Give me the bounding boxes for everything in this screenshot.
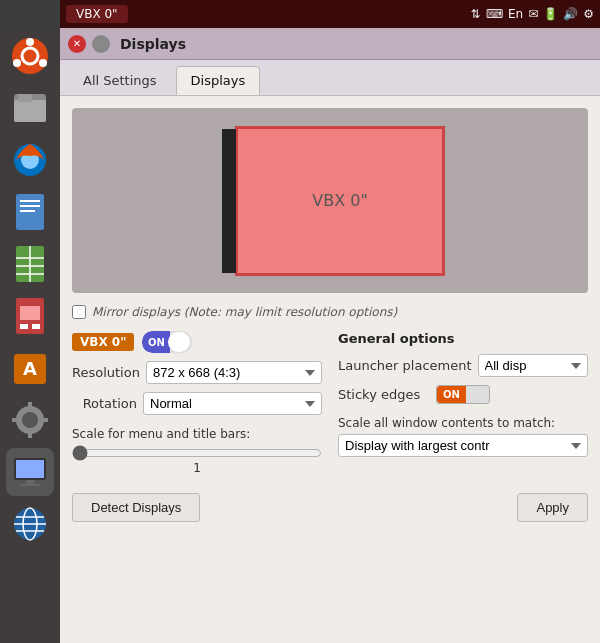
taskbar-left: VBX 0" bbox=[66, 5, 128, 23]
launcher-placement-select[interactable]: All disp bbox=[478, 354, 588, 377]
scale-value: 1 bbox=[72, 461, 322, 475]
apply-button[interactable]: Apply bbox=[517, 493, 588, 522]
svg-rect-7 bbox=[18, 94, 32, 102]
right-settings: General options Launcher placement All d… bbox=[338, 331, 588, 475]
sidebar-item-firefox[interactable] bbox=[6, 136, 54, 184]
rotation-select[interactable]: Normal bbox=[143, 392, 322, 415]
resolution-row: Resolution 872 x 668 (4:3) bbox=[72, 361, 322, 384]
launcher-placement-row: Launcher placement All disp bbox=[338, 354, 588, 377]
display-preview-area: VBX 0" bbox=[72, 108, 588, 293]
network-icon: ⇅ bbox=[471, 7, 481, 21]
display-screen: VBX 0" bbox=[235, 126, 445, 276]
svg-rect-33 bbox=[26, 480, 34, 484]
sticky-off-part: -- bbox=[466, 386, 489, 403]
minimize-button[interactable] bbox=[92, 35, 110, 53]
tab-displays[interactable]: Displays bbox=[176, 66, 261, 95]
scale-slider[interactable] bbox=[72, 445, 322, 461]
sidebar-item-calc[interactable] bbox=[6, 240, 54, 288]
toggle-on-label: ON bbox=[142, 331, 170, 353]
resolution-label: Resolution bbox=[72, 365, 140, 380]
close-button[interactable]: ✕ bbox=[68, 35, 86, 53]
general-options-title: General options bbox=[338, 331, 588, 346]
svg-rect-29 bbox=[12, 418, 22, 422]
svg-rect-20 bbox=[20, 306, 40, 320]
scale-slider-container: 1 bbox=[72, 445, 322, 475]
battery-icon: 🔋 bbox=[543, 7, 558, 21]
svg-point-2 bbox=[26, 38, 34, 46]
sidebar-item-appstore[interactable]: A bbox=[6, 344, 54, 392]
taskbar-right: ⇅ ⌨ En ✉ 🔋 🔊 ⚙ bbox=[471, 7, 594, 21]
resolution-select[interactable]: 872 x 668 (4:3) bbox=[146, 361, 322, 384]
svg-rect-30 bbox=[38, 418, 48, 422]
sticky-edges-row: Sticky edges ON -- bbox=[338, 385, 588, 404]
tab-all-settings[interactable]: All Settings bbox=[68, 66, 172, 95]
svg-rect-22 bbox=[32, 324, 40, 329]
mirror-label: Mirror displays (Note: may limit resolut… bbox=[92, 305, 397, 319]
left-settings: VBX 0" ON Resolution 872 x 668 (4:3) Rot… bbox=[72, 331, 322, 475]
title-bar: ✕ Displays bbox=[60, 28, 600, 60]
window-title: Displays bbox=[120, 36, 186, 52]
launcher-placement-label: Launcher placement bbox=[338, 358, 472, 373]
toggle-switch[interactable]: ON bbox=[142, 331, 192, 353]
sidebar: A bbox=[0, 28, 60, 643]
vbx-label-row: VBX 0" ON bbox=[72, 331, 322, 353]
volume-icon: 🔊 bbox=[563, 7, 578, 21]
sidebar-item-writer[interactable] bbox=[6, 188, 54, 236]
content-panel: VBX 0" Mirror displays (Note: may limit … bbox=[60, 96, 600, 643]
svg-rect-13 bbox=[20, 210, 35, 212]
svg-rect-27 bbox=[28, 402, 32, 412]
scale-menu-section: Scale for menu and title bars: 1 bbox=[72, 427, 322, 475]
svg-point-26 bbox=[22, 412, 38, 428]
sidebar-item-draw[interactable] bbox=[6, 292, 54, 340]
sidebar-item-files[interactable] bbox=[6, 84, 54, 132]
mirror-row: Mirror displays (Note: may limit resolut… bbox=[72, 303, 588, 321]
taskbar: VBX 0" ⇅ ⌨ En ✉ 🔋 🔊 ⚙ bbox=[60, 0, 600, 28]
scale-window-select[interactable]: Display with largest contr bbox=[338, 434, 588, 457]
svg-rect-34 bbox=[20, 484, 40, 486]
detect-displays-button[interactable]: Detect Displays bbox=[72, 493, 200, 522]
svg-rect-6 bbox=[14, 100, 46, 122]
rotation-row: Rotation Normal bbox=[72, 392, 322, 415]
scale-window-section: Scale all window contents to match: Disp… bbox=[338, 416, 588, 457]
bottom-bar: Detect Displays Apply bbox=[72, 485, 588, 522]
svg-rect-32 bbox=[16, 460, 44, 478]
svg-rect-28 bbox=[28, 428, 32, 438]
sidebar-item-display[interactable] bbox=[6, 448, 54, 496]
scale-menu-label: Scale for menu and title bars: bbox=[72, 427, 322, 441]
svg-point-4 bbox=[13, 59, 21, 67]
mirror-checkbox[interactable] bbox=[72, 305, 86, 319]
sticky-edges-label: Sticky edges bbox=[338, 387, 428, 402]
sidebar-item-ubuntu[interactable] bbox=[6, 32, 54, 80]
sticky-edges-toggle[interactable]: ON -- bbox=[436, 385, 490, 404]
toggle-thumb bbox=[168, 332, 190, 352]
main-window: ✕ Displays All Settings Displays VBX 0" … bbox=[60, 28, 600, 643]
keyboard-icon: ⌨ bbox=[486, 7, 503, 21]
svg-point-3 bbox=[39, 59, 47, 67]
vbx-badge: VBX 0" bbox=[72, 333, 134, 351]
settings-section: VBX 0" ON Resolution 872 x 668 (4:3) Rot… bbox=[72, 331, 588, 475]
sidebar-item-tools[interactable] bbox=[6, 396, 54, 444]
svg-rect-12 bbox=[20, 205, 40, 207]
svg-rect-21 bbox=[20, 324, 28, 329]
tab-bar: All Settings Displays bbox=[60, 60, 600, 96]
taskbar-tab[interactable]: VBX 0" bbox=[66, 5, 128, 23]
sidebar-item-browser[interactable] bbox=[6, 500, 54, 548]
scale-window-label: Scale all window contents to match: bbox=[338, 416, 588, 430]
rotation-label: Rotation bbox=[72, 396, 137, 411]
settings-icon[interactable]: ⚙ bbox=[583, 7, 594, 21]
display-screen-label: VBX 0" bbox=[312, 191, 368, 210]
mail-icon: ✉ bbox=[528, 7, 538, 21]
sticky-on-label: ON bbox=[437, 386, 466, 403]
svg-rect-11 bbox=[20, 200, 40, 202]
svg-text:A: A bbox=[23, 358, 37, 379]
lang-icon: En bbox=[508, 7, 523, 21]
